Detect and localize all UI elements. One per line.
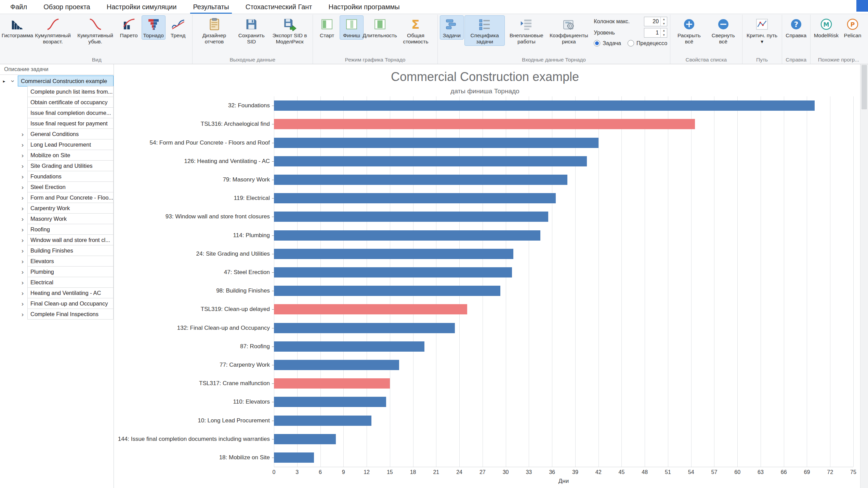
tree-item-label[interactable]: Complete Final Inspections bbox=[27, 309, 114, 320]
tree-item-label[interactable]: Long Lead Procurement bbox=[27, 139, 114, 150]
predecessor-radio[interactable] bbox=[628, 40, 634, 46]
menu-tab-project-overview[interactable]: Обзор проекта bbox=[35, 0, 98, 14]
modelrisk-button[interactable]: MModelRisk bbox=[813, 15, 840, 40]
tree-item[interactable]: ›Elevators bbox=[0, 256, 114, 267]
chevron-right-icon[interactable]: › bbox=[18, 129, 27, 139]
chevron-right-icon[interactable]: › bbox=[18, 192, 27, 203]
chevron-right-icon[interactable]: › bbox=[18, 182, 27, 192]
tree-item-label[interactable]: Commercial Construction example bbox=[18, 76, 114, 86]
total-cost-button[interactable]: ΣОбщая стоимость bbox=[396, 15, 435, 46]
tree-item[interactable]: ›Form and Pour Concrete - Floo... bbox=[0, 192, 114, 203]
tree-item[interactable]: ›Long Lead Procurement bbox=[0, 139, 114, 150]
tree-item-label[interactable]: Heating and Ventilating - AC bbox=[27, 287, 114, 298]
menu-tab-simulation-settings[interactable]: Настройки симуляции bbox=[98, 0, 185, 14]
level-spinner[interactable]: 1▲▼ bbox=[644, 28, 667, 38]
scrollbar-thumb[interactable] bbox=[862, 65, 867, 109]
chevron-right-icon[interactable]: › bbox=[18, 161, 27, 171]
critical-path-button[interactable]: Критич. путь ▾ bbox=[745, 15, 780, 46]
spin-down-icon[interactable]: ▼ bbox=[661, 22, 667, 26]
expand-all-button[interactable]: Раскрыть всё bbox=[672, 15, 706, 46]
tree-item-label[interactable]: Masonry Work bbox=[27, 213, 114, 224]
tree-item-label[interactable]: Steel Erection bbox=[27, 181, 114, 192]
tree-item-label[interactable]: General Conditions bbox=[27, 128, 114, 139]
finish-button[interactable]: Финиш bbox=[340, 15, 364, 40]
tree-item-label[interactable]: Electrical bbox=[27, 277, 114, 288]
tree-item-label[interactable]: Issue final completion docume... bbox=[27, 107, 114, 118]
tree-item-label[interactable]: Site Grading and Utilities bbox=[27, 160, 114, 171]
tree-item[interactable]: ›Complete Final Inspections bbox=[0, 309, 114, 320]
tree-item[interactable]: ›Plumbing bbox=[0, 267, 114, 277]
export-sid-modelrisk-button[interactable]: Экспорт SID в МоделРиск bbox=[269, 15, 311, 46]
cumulative-ascending-button[interactable]: Кумулятивный возраст. bbox=[32, 15, 74, 46]
tornado-button[interactable]: Торнадо bbox=[142, 15, 166, 40]
tree-item-label[interactable]: Obtain certificate of occupancy bbox=[27, 97, 114, 108]
tree-item-label[interactable]: Carpentry Work bbox=[27, 203, 114, 214]
collapse-all-button[interactable]: Свернуть всё bbox=[707, 15, 740, 46]
chevron-right-icon[interactable]: › bbox=[18, 224, 27, 235]
spin-down-icon[interactable]: ▼ bbox=[661, 33, 667, 37]
trend-button[interactable]: Тренд bbox=[166, 15, 190, 40]
tree-item[interactable]: ›Site Grading and Utilities bbox=[0, 161, 114, 171]
tree-item-label[interactable]: Building Finishes bbox=[27, 245, 114, 256]
tree-item[interactable]: ›Final Clean-up and Occupancy bbox=[0, 298, 114, 309]
chevron-right-icon[interactable]: › bbox=[18, 171, 27, 182]
tree-item-label[interactable]: Roofing bbox=[27, 224, 114, 235]
titlebar-corner-button[interactable] bbox=[856, 0, 868, 12]
tree-item[interactable]: ›Foundations bbox=[0, 171, 114, 182]
tree-item[interactable]: ›Masonry Work bbox=[0, 214, 114, 224]
tree-item[interactable]: ›Window wall and store front cl... bbox=[0, 235, 114, 245]
unplanned-work-button[interactable]: Внеплановые работы bbox=[505, 15, 547, 46]
tree-item-label[interactable]: Complete punch list items from... bbox=[27, 86, 114, 97]
tree-item[interactable]: ›Steel Erection bbox=[0, 182, 114, 192]
tree-item-label[interactable]: Plumbing bbox=[27, 266, 114, 277]
chevron-right-icon[interactable]: › bbox=[18, 309, 27, 320]
tasks-button[interactable]: Задачи bbox=[440, 15, 464, 40]
tree-item-label[interactable]: Elevators bbox=[27, 256, 114, 267]
start-button[interactable]: Старт bbox=[315, 15, 339, 40]
chevron-right-icon[interactable]: › bbox=[18, 214, 27, 224]
tree-item-label[interactable]: Mobilize on Site bbox=[27, 150, 114, 161]
duration-button[interactable]: Длительность bbox=[364, 15, 395, 40]
risk-coefficients-button[interactable]: Коэффициенты риска bbox=[548, 15, 590, 46]
chevron-right-icon[interactable]: › bbox=[18, 256, 27, 267]
tree-item-label[interactable]: Window wall and store front cl... bbox=[27, 234, 114, 245]
chevron-right-icon[interactable]: › bbox=[18, 235, 27, 245]
tree-item[interactable]: ›Building Finishes bbox=[0, 245, 114, 256]
pareto-button[interactable]: Парето bbox=[117, 15, 141, 40]
menu-tab-stochastic-gantt[interactable]: Стохастический Гант bbox=[237, 0, 320, 14]
spin-up-icon[interactable]: ▲ bbox=[661, 28, 667, 33]
tree-item-label[interactable]: Form and Pour Concrete - Floo... bbox=[27, 192, 114, 203]
spin-up-icon[interactable]: ▲ bbox=[661, 17, 667, 22]
help-button[interactable]: ?Справка bbox=[784, 15, 808, 40]
tree-item[interactable]: Obtain certificate of occupancy bbox=[0, 97, 114, 108]
chevron-right-icon[interactable]: › bbox=[18, 277, 27, 288]
chevron-right-icon[interactable]: › bbox=[18, 267, 27, 277]
tree-item[interactable]: Complete punch list items from... bbox=[0, 86, 114, 97]
task-specifics-button[interactable]: Специфика задачи bbox=[464, 15, 505, 46]
histogram-button[interactable]: Гистограмма bbox=[3, 15, 31, 40]
vertical-scrollbar[interactable] bbox=[860, 64, 868, 488]
save-sid-button[interactable]: Сохранить SID bbox=[235, 15, 268, 46]
tree-item-label[interactable]: Foundations bbox=[27, 171, 114, 182]
tree-item[interactable]: ›Roofing bbox=[0, 224, 114, 235]
tree-item[interactable]: Issue final completion docume... bbox=[0, 108, 114, 118]
menu-tab-results[interactable]: Результаты bbox=[185, 0, 237, 14]
chevron-right-icon[interactable]: › bbox=[18, 245, 27, 256]
task-radio[interactable] bbox=[594, 40, 600, 46]
chevron-right-icon[interactable]: › bbox=[18, 203, 27, 214]
tree-item-label[interactable]: Final Clean-up and Occupancy bbox=[27, 298, 114, 309]
menu-tab-file[interactable]: Файл bbox=[2, 0, 35, 14]
max-columns-spinner[interactable]: 20▲▼ bbox=[644, 17, 667, 26]
tree-item[interactable]: ›General Conditions bbox=[0, 129, 114, 139]
tree-item[interactable]: ▸›Commercial Construction example bbox=[0, 76, 114, 86]
chevron-right-icon[interactable]: › bbox=[18, 150, 27, 161]
tree-item[interactable]: Issue final request for payment bbox=[0, 118, 114, 129]
tree-item[interactable]: ›Mobilize on Site bbox=[0, 150, 114, 161]
cumulative-descending-button[interactable]: Кумулятивный убыв. bbox=[75, 15, 116, 46]
pelican-button[interactable]: PPelican bbox=[841, 15, 865, 40]
tree-item[interactable]: ›Electrical bbox=[0, 277, 114, 288]
report-designer-button[interactable]: Дизайнер отчетов bbox=[195, 15, 234, 46]
chevron-right-icon[interactable]: › bbox=[18, 139, 27, 150]
menu-tab-program-settings[interactable]: Настройки программы bbox=[320, 0, 408, 14]
chevron-right-icon[interactable]: › bbox=[18, 288, 27, 298]
